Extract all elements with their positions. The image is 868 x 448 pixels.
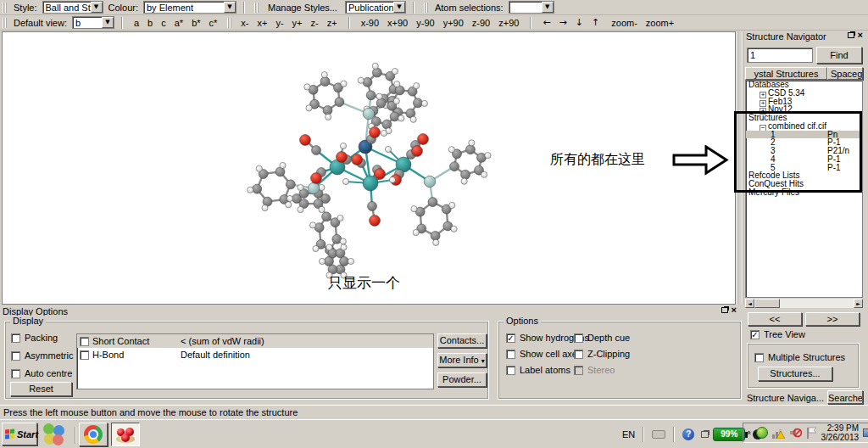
flag-icon[interactable] xyxy=(806,427,817,440)
rotate-x-button[interactable]: x- xyxy=(236,17,253,29)
toolbar-grip[interactable] xyxy=(3,18,7,28)
hidden-icons-chevron[interactable]: « xyxy=(745,430,754,435)
translate--button[interactable]: ↑ xyxy=(587,16,604,29)
network-warning-icon[interactable] xyxy=(772,427,785,439)
close-panel-icon[interactable]: × xyxy=(732,306,737,314)
unchecked-checkbox-icon[interactable] xyxy=(574,366,583,375)
dropdown-arrow-icon[interactable]: ▼ xyxy=(542,2,554,13)
battery-icon[interactable]: 99% xyxy=(713,428,745,441)
dropdown-arrow-icon[interactable]: ▼ xyxy=(91,2,103,13)
contact-row-h-bond[interactable]: H-BondDefault definition xyxy=(77,348,433,361)
translate--button[interactable]: ← xyxy=(538,16,554,29)
checkbox-icon[interactable]: ✓ xyxy=(750,330,760,339)
find-input[interactable] xyxy=(747,48,813,63)
tab-searches[interactable]: Searches xyxy=(827,390,863,404)
find-button[interactable]: Find xyxy=(816,47,862,64)
float-panel-icon[interactable] xyxy=(848,32,854,38)
volume-muted-icon[interactable] xyxy=(789,427,802,439)
start-button[interactable]: Start xyxy=(2,423,37,445)
reset-button[interactable]: Reset xyxy=(10,382,72,396)
axis-b-button[interactable]: b* xyxy=(187,17,204,29)
scroll-right-icon[interactable]: ► xyxy=(854,299,863,308)
toolbar-grip[interactable] xyxy=(227,18,231,28)
view-panel-splitter[interactable] xyxy=(737,31,743,305)
update-tray-icon[interactable] xyxy=(756,427,768,439)
rotate-z-button[interactable]: z+ xyxy=(323,17,342,29)
axis-b-button[interactable]: b xyxy=(143,17,157,29)
unchecked-checkbox-icon[interactable] xyxy=(80,337,89,346)
tree-item-csd-5-34[interactable]: +CSD 5.34 xyxy=(746,89,862,98)
axis-a-button[interactable]: a* xyxy=(170,17,187,29)
zoom-zoom-button[interactable]: zoom- xyxy=(607,17,642,29)
publication-dropdown[interactable]: Publication ▼ xyxy=(345,1,406,14)
taskbar-clock[interactable]: 2:39 PM 3/26/2013 xyxy=(821,423,860,442)
tree-item-combined-cif-cif[interactable]: −combined cif.cif xyxy=(746,122,862,131)
checkbox-auto-centre[interactable]: Auto centre xyxy=(11,368,75,378)
contact-row-short-contact[interactable]: Short Contact< (sum of vdW radii) xyxy=(77,334,433,348)
scroll-left-icon[interactable]: ◄ xyxy=(745,299,754,308)
unchecked-checkbox-icon[interactable] xyxy=(80,350,89,360)
toolbar-grip[interactable] xyxy=(3,3,7,13)
tree-horizontal-scrollbar[interactable]: ◄ ► xyxy=(745,299,863,308)
rotate-x-button[interactable]: x+ xyxy=(253,17,272,29)
checkbox-depth-cue[interactable]: Depth cue xyxy=(574,333,630,343)
checkbox-icon[interactable] xyxy=(754,353,764,362)
colour-dropdown[interactable]: by Element ▼ xyxy=(143,1,236,14)
close-panel-icon[interactable]: × xyxy=(858,31,863,39)
unchecked-checkbox-icon[interactable] xyxy=(11,351,20,361)
unchecked-checkbox-icon[interactable] xyxy=(574,350,583,359)
structures-button[interactable]: Structures... xyxy=(758,367,832,381)
unchecked-checkbox-icon[interactable] xyxy=(506,366,515,375)
checked-checkbox-icon[interactable]: ✓ xyxy=(506,333,515,343)
zoom-zoom-button[interactable]: zoom+ xyxy=(642,17,678,29)
checkbox-packing[interactable]: Packing xyxy=(11,333,75,343)
quick-launch-icon[interactable] xyxy=(42,423,66,446)
tab-structure-navigator[interactable]: Structure Naviga... xyxy=(744,391,826,405)
rotate-x-90-button[interactable]: x-90 xyxy=(357,17,383,29)
scrollbar-thumb[interactable] xyxy=(754,299,780,308)
tree-item-feb13[interactable]: +Feb13 xyxy=(746,98,862,106)
unchecked-checkbox-icon[interactable] xyxy=(11,333,20,343)
rotate-x-90-button[interactable]: x+90 xyxy=(383,17,412,29)
rotate-z-90-button[interactable]: z-90 xyxy=(468,17,494,29)
powder-button[interactable]: Powder... xyxy=(437,372,487,387)
mercury-taskbar-icon[interactable] xyxy=(111,423,140,446)
next-structure-button[interactable]: >> xyxy=(805,312,860,326)
rotate-y-90-button[interactable]: y+90 xyxy=(439,17,468,29)
rotate-y-button[interactable]: y+ xyxy=(288,17,307,29)
axis-a-button[interactable]: a xyxy=(130,17,143,29)
column-header-spacegroup[interactable]: Spacegroup xyxy=(827,67,863,80)
more-info-button[interactable]: More Info ▾ xyxy=(437,353,487,367)
column-header-structures[interactable]: ystal Structures xyxy=(745,67,827,80)
contacts-button[interactable]: Contacts... xyxy=(437,333,487,348)
tree-item-1[interactable]: 1Pn xyxy=(746,131,862,139)
manage-styles-button[interactable]: Manage Styles... xyxy=(264,2,342,14)
dropdown-arrow-icon[interactable]: ▼ xyxy=(102,17,114,28)
unchecked-checkbox-icon[interactable] xyxy=(11,369,20,378)
keyboard-icon[interactable] xyxy=(652,430,665,439)
rotate-z-90-button[interactable]: z+90 xyxy=(494,17,523,29)
dropdown-arrow-icon[interactable]: ▼ xyxy=(224,2,236,13)
structure-3d-view[interactable]: 只显示一个 所有的都在这里 xyxy=(2,31,736,305)
default-view-dropdown[interactable]: b ▼ xyxy=(72,16,114,29)
restore-window-icon[interactable] xyxy=(701,431,709,438)
atom-selections-dropdown[interactable]: ▼ xyxy=(509,1,554,14)
chrome-taskbar-icon[interactable] xyxy=(79,423,108,446)
tree-item-3[interactable]: 3P21/n xyxy=(746,147,862,155)
dropdown-arrow-icon[interactable]: ▼ xyxy=(393,2,405,13)
previous-structure-button[interactable]: << xyxy=(748,312,802,326)
unchecked-checkbox-icon[interactable] xyxy=(574,333,583,343)
axis-c-button[interactable]: c* xyxy=(205,17,222,29)
help-icon[interactable]: ? xyxy=(682,428,694,440)
language-indicator[interactable]: EN xyxy=(622,429,635,440)
tree-view-checkbox[interactable]: ✓ Tree View xyxy=(750,329,805,339)
rotate-y-button[interactable]: y- xyxy=(271,17,287,29)
toolbar-grip[interactable] xyxy=(254,3,259,13)
tree-item-mercury-files[interactable]: Mercury Files xyxy=(746,188,862,197)
translate--button[interactable]: ↓ xyxy=(571,16,587,29)
tree-item-4[interactable]: 4P-1 xyxy=(746,155,862,164)
checkbox-asymmetric-unit[interactable]: Asymmetric Unit xyxy=(11,350,75,361)
rotate-y-90-button[interactable]: y-90 xyxy=(412,17,438,29)
rotate-z-button[interactable]: z- xyxy=(307,17,323,29)
multiple-structures-checkbox[interactable]: Multiple Structures xyxy=(754,352,845,362)
